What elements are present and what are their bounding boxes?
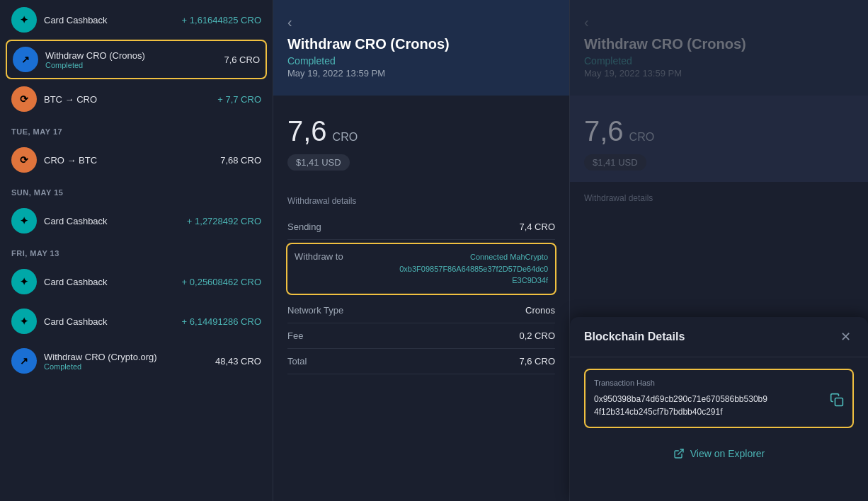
tx-amount: + 0,25608462 CRO bbox=[182, 277, 261, 287]
tx-title: Card Cashback bbox=[44, 216, 187, 226]
withdraw-icon: ↗ bbox=[11, 348, 37, 374]
list-item[interactable]: ✦ Card Cashback + 1,2728492 CRO bbox=[0, 201, 273, 241]
date-header-tue-may17: TUE, MAY 17 bbox=[0, 119, 273, 140]
panel-date: May 19, 2022 13:59 PM bbox=[287, 68, 555, 79]
explorer-link-label: View on Explorer bbox=[690, 448, 765, 459]
transaction-hash-container: Transaction Hash 0x950398ba74d69cb290c71… bbox=[584, 369, 854, 428]
dimmed-background: ‹ Withdraw CRO (Cronos) Completed May 19… bbox=[570, 0, 868, 223]
svg-rect-0 bbox=[835, 398, 843, 406]
detail-label: Total bbox=[287, 356, 307, 367]
amount-number: 7,6 bbox=[287, 115, 327, 147]
amount-currency-dim: CRO bbox=[629, 131, 655, 144]
detail-label: Withdraw to bbox=[295, 251, 343, 262]
usd-value-dim: $1,41 USD bbox=[584, 154, 646, 171]
tx-title: Withdraw CRO (Crypto.org) bbox=[44, 352, 215, 362]
tx-title: CRO → BTC bbox=[44, 155, 220, 166]
detail-row-total: Total 7,6 CRO bbox=[287, 349, 555, 374]
hash-label: Transaction Hash bbox=[594, 379, 844, 387]
svg-line-1 bbox=[678, 449, 683, 454]
modal-header: Blockchain Details ✕ bbox=[570, 317, 868, 357]
hash-row: 0x950398ba74d69cb290c71e670586bb530b94f1… bbox=[594, 393, 844, 418]
close-button[interactable]: ✕ bbox=[837, 328, 854, 345]
transaction-detail-panel: ‹ Withdraw CRO (Cronos) Completed May 19… bbox=[273, 0, 570, 501]
detail-value: 7,6 CRO bbox=[519, 356, 555, 367]
list-item[interactable]: ⟳ BTC → CRO + 7,7 CRO bbox=[0, 79, 273, 119]
detail-value: Cronos bbox=[525, 305, 555, 316]
detail-row-withdraw-to: Withdraw to Connected MahCrypto0xb3F0985… bbox=[286, 243, 556, 295]
list-item[interactable]: ↗ Withdraw CRO (Crypto.org) Completed 48… bbox=[0, 341, 273, 381]
detail-row-network: Network Type Cronos bbox=[287, 298, 555, 323]
tx-info: Withdraw CRO (Crypto.org) Completed bbox=[44, 352, 215, 371]
status-badge: Completed bbox=[287, 55, 555, 67]
amount-section: 7,6 CRO $1,41 USD bbox=[273, 96, 569, 182]
detail-row-fee: Fee 0,2 CRO bbox=[287, 323, 555, 349]
detail-label: Network Type bbox=[287, 305, 343, 316]
amount-number-dim: 7,6 bbox=[584, 115, 624, 147]
tx-info: CRO → BTC bbox=[44, 155, 220, 166]
tx-amount: 7,6 CRO bbox=[224, 54, 260, 65]
tx-amount: + 7,7 CRO bbox=[217, 94, 261, 105]
amount-section-dim: 7,6 CRO $1,41 USD bbox=[570, 96, 868, 182]
list-item[interactable]: ✦ Card Cashback + 0,25608462 CRO bbox=[0, 262, 273, 301]
swap-icon: ⟳ bbox=[11, 147, 37, 173]
tx-amount: + 1,61644825 CRO bbox=[182, 15, 261, 25]
detail-row-sending: Sending 7,4 CRO bbox=[287, 214, 555, 240]
amount-currency: CRO bbox=[333, 131, 358, 144]
detail-label: Sending bbox=[287, 221, 321, 232]
big-amount: 7,6 CRO bbox=[287, 115, 555, 147]
cashback-icon: ✦ bbox=[11, 208, 37, 234]
copy-icon[interactable] bbox=[830, 393, 844, 410]
modal-title: Blockchain Details bbox=[584, 330, 685, 343]
tx-amount: + 6,14491286 CRO bbox=[182, 316, 261, 327]
list-item[interactable]: ✦ Card Cashback + 6,14491286 CRO bbox=[0, 301, 273, 341]
tx-amount: 48,43 CRO bbox=[215, 356, 261, 367]
section-label: Withdrawal details bbox=[287, 196, 555, 206]
swap-icon: ⟳ bbox=[11, 86, 37, 112]
tx-title: Card Cashback bbox=[44, 277, 182, 287]
tx-amount: + 1,2728492 CRO bbox=[187, 216, 261, 226]
withdraw-icon: ↗ bbox=[13, 47, 38, 72]
back-button-dim: ‹ bbox=[584, 14, 589, 30]
date-header-sun-may15: SUN, MAY 15 bbox=[0, 180, 273, 201]
tx-amount: 7,68 CRO bbox=[220, 155, 261, 166]
cashback-icon: ✦ bbox=[11, 309, 37, 334]
big-amount-dim: 7,6 CRO bbox=[584, 115, 854, 147]
section-label-dim: Withdrawal details bbox=[570, 182, 868, 223]
tx-title: Card Cashback bbox=[44, 15, 182, 25]
details-section: Withdrawal details Sending 7,4 CRO Withd… bbox=[273, 196, 569, 374]
withdrawal-details-label: Withdrawal details bbox=[584, 193, 854, 203]
status-badge-dim: Completed bbox=[584, 55, 854, 67]
tx-title: Card Cashback bbox=[44, 316, 182, 327]
back-button[interactable]: ‹ bbox=[287, 14, 292, 30]
hash-value: 0x950398ba74d69cb290c71e670586bb530b94f1… bbox=[594, 393, 824, 418]
tx-info: Card Cashback bbox=[44, 15, 182, 25]
list-item[interactable]: ⟳ CRO → BTC 7,68 CRO bbox=[0, 140, 273, 180]
tx-status: Completed bbox=[45, 61, 224, 69]
panel-header: ‹ Withdraw CRO (Cronos) Completed May 19… bbox=[273, 0, 569, 96]
detail-value: 0,2 CRO bbox=[519, 330, 555, 341]
tx-info: Card Cashback bbox=[44, 277, 182, 287]
tx-title: BTC → CRO bbox=[44, 94, 217, 105]
blockchain-details-modal: Blockchain Details ✕ Transaction Hash 0x… bbox=[570, 317, 868, 501]
detail-value-address[interactable]: Connected MahCrypto0xb3F09857F86A64885e3… bbox=[399, 251, 548, 287]
list-item-selected[interactable]: ↗ Withdraw CRO (Cronos) Completed 7,6 CR… bbox=[6, 40, 267, 79]
cashback-icon: ✦ bbox=[11, 7, 37, 33]
tx-info: Card Cashback bbox=[44, 216, 187, 226]
panel-title-dim: Withdraw CRO (Cronos) bbox=[584, 36, 854, 52]
tx-info: BTC → CRO bbox=[44, 94, 217, 105]
detail-label: Fee bbox=[287, 330, 303, 341]
date-header-fri-may13: FRI, MAY 13 bbox=[0, 241, 273, 262]
transaction-detail-panel-right: ‹ Withdraw CRO (Cronos) Completed May 19… bbox=[570, 0, 868, 501]
usd-value: $1,41 USD bbox=[287, 154, 350, 171]
list-item[interactable]: ✦ Card Cashback + 1,61644825 CRO bbox=[0, 0, 273, 40]
transaction-list-panel: ✦ Card Cashback + 1,61644825 CRO ↗ Withd… bbox=[0, 0, 273, 501]
tx-info: Card Cashback bbox=[44, 316, 182, 327]
view-on-explorer-button[interactable]: View on Explorer bbox=[570, 439, 868, 468]
external-link-icon bbox=[673, 448, 685, 459]
panel-header-dim: ‹ Withdraw CRO (Cronos) Completed May 19… bbox=[570, 0, 868, 96]
panel-date-dim: May 19, 2022 13:59 PM bbox=[584, 68, 854, 79]
panel-title: Withdraw CRO (Cronos) bbox=[287, 36, 555, 52]
tx-title: Withdraw CRO (Cronos) bbox=[45, 50, 224, 61]
tx-status: Completed bbox=[44, 362, 215, 371]
cashback-icon: ✦ bbox=[11, 269, 37, 294]
